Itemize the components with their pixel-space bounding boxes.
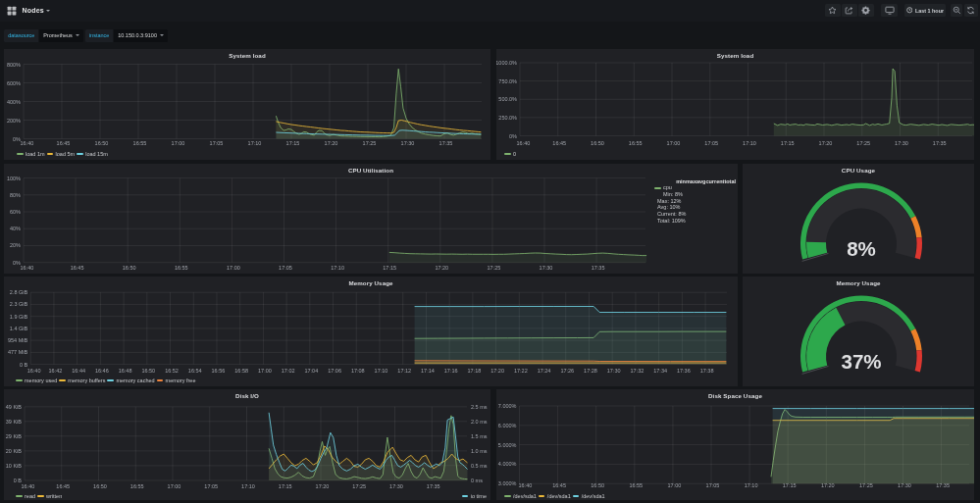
x-tick-label: 17:04 (304, 368, 318, 374)
legend: load 1mload 5mload 15m (17, 151, 108, 157)
y-tick-label: 750.0% (498, 78, 517, 84)
x-tick-label: 16:58 (234, 368, 248, 374)
variable-datasource: datasource Prometheus (4, 29, 83, 43)
x-tick-label: 16:44 (72, 368, 85, 374)
legend-stat: Avg: 10% (646, 204, 736, 211)
legend-item[interactable]: load 5m (47, 151, 76, 157)
legend-item[interactable]: memory buffers (59, 377, 105, 383)
chart-sysload2: 0%250.0%500.0%750.0%1000.0%16:4016:4516:… (496, 49, 974, 160)
legend-item[interactable]: 0 (504, 151, 516, 157)
legend-right: io time (462, 493, 487, 499)
x-tick-label: 16:40 (21, 265, 34, 271)
y-tick-label-right: 2.0 ms (471, 419, 488, 425)
panel-memory-usage[interactable]: Memory Usage 0 B477 MiB954 MiB1.4 GiB1.9… (4, 277, 738, 386)
y-tick-label: 60% (10, 209, 21, 215)
time-picker-button[interactable]: Last 1 hour (904, 4, 946, 17)
legend-series-name: load 5m (56, 151, 76, 157)
share-button[interactable] (842, 4, 857, 17)
x-tick-label: 17:15 (279, 483, 292, 489)
legend-series-color (573, 495, 580, 497)
x-tick-label: 17:28 (584, 368, 597, 374)
legend-item[interactable]: read (16, 493, 35, 499)
x-tick-label: 17:20 (325, 140, 338, 146)
panel-system-load-2[interactable]: System load 0%250.0%500.0%750.0%1000.0%1… (496, 49, 974, 160)
panel-cpu-usage-gauge[interactable]: CPU Usage 8% (743, 164, 974, 274)
x-tick-label: 17:10 (745, 482, 758, 488)
y-tick-label: 6.000% (498, 423, 517, 428)
navbar: Nodes Last 1 hour (0, 0, 980, 22)
x-tick-label: 16:56 (212, 368, 226, 374)
legend-series-name: /dev/sda1 (547, 493, 571, 499)
legend-item[interactable]: /dev/sda1 (539, 493, 571, 499)
y-tick-label: 4.000% (498, 461, 517, 467)
panel-disk-space-usage[interactable]: Disk Space Usage 3.000%4.000%5.000%6.000… (496, 389, 974, 500)
x-tick-label: 17:24 (538, 368, 551, 374)
legend-item[interactable]: load 15m (77, 151, 108, 157)
y-tick-label: 3.000% (498, 480, 517, 486)
tv-mode-button[interactable] (881, 4, 899, 17)
legend: 0 (504, 151, 516, 157)
star-icon (828, 6, 837, 15)
series-line-0 (774, 69, 974, 126)
legend-item[interactable]: io time (462, 493, 487, 499)
x-tick-label: 17:30 (401, 140, 415, 146)
dashboard-grid-icon[interactable] (7, 6, 17, 16)
y-tick-label: 954 MiB (8, 337, 28, 343)
legend-item[interactable]: memory used (16, 377, 57, 383)
settings-button[interactable] (858, 4, 875, 17)
monitor-icon (885, 6, 895, 15)
x-tick-label: 16:40 (22, 483, 35, 489)
legend-item[interactable]: written (37, 493, 62, 499)
y-tick-label: 1.4 GiB (10, 326, 28, 331)
y-tick-label-right: 2.5 ms (471, 404, 488, 410)
x-tick-label: 16:50 (141, 368, 155, 374)
legend-table: minmaxavgcurrenttotalcpuMin: 8%Max: 12%A… (646, 178, 736, 225)
panel-system-load-1[interactable]: System load 0%200%400%600%800%16:4016:45… (4, 49, 490, 160)
legend-item[interactable]: /dev/sda1 (573, 493, 605, 499)
x-tick-label: 17:25 (488, 265, 501, 271)
y-tick-label: 29 KiB (6, 433, 23, 439)
legend-series-color (47, 153, 54, 155)
x-tick-label: 17:05 (279, 265, 292, 271)
legend-series-color (504, 495, 511, 497)
legend-series-name: read (25, 493, 35, 499)
chevron-down-icon (160, 34, 164, 36)
x-tick-label: 17:10 (331, 265, 344, 271)
star-button[interactable] (825, 4, 841, 17)
panel-disk-io[interactable]: Disk I/O 0 B0 ms10 KiB0.5 ms20 KiB1.0 ms… (4, 389, 490, 500)
gauge-memgauge: 37% (743, 277, 974, 386)
legend-item[interactable]: /dev/sda1 (504, 493, 537, 499)
refresh-button[interactable] (964, 4, 978, 17)
y-tick-label: 39 KiB (6, 419, 23, 425)
x-tick-label: 17:05 (210, 140, 224, 146)
gauge-cpugauge: 8% (743, 164, 974, 274)
legend-item[interactable]: memory cached (107, 377, 154, 383)
x-tick-label: 16:50 (591, 140, 604, 146)
x-tick-label: 17:38 (700, 368, 714, 374)
variable-datasource-value[interactable]: Prometheus (39, 29, 83, 43)
x-tick-label: 16:52 (165, 368, 179, 374)
y-tick-label: 600% (7, 80, 21, 86)
legend-series-name: cpu (663, 184, 672, 191)
x-tick-label: 16:45 (552, 482, 566, 488)
variable-instance-value[interactable]: 10.150.0.3:9100 (114, 29, 168, 43)
chevron-down-icon[interactable] (46, 10, 50, 12)
legend-series-color (16, 495, 23, 497)
y-tick-label: 500.0% (498, 96, 517, 102)
y-tick-label: 2.3 GiB (10, 301, 28, 307)
zoom-out-button[interactable] (951, 4, 963, 17)
panel-memory-usage-gauge[interactable]: Memory Usage 37% (743, 277, 974, 386)
dashboard-title[interactable]: Nodes (23, 7, 44, 14)
y-tick-label: 0% (509, 133, 517, 139)
x-tick-label: 17:25 (363, 140, 377, 146)
legend-series-name: /dev/sda1 (582, 493, 605, 499)
x-tick-label: 17:25 (352, 483, 366, 489)
legend-series-color (462, 495, 469, 497)
panel-cpu-utilisation[interactable]: CPU Utilisation 0%20%40%60%80%100%16:401… (4, 164, 738, 274)
legend-item[interactable]: cpu (646, 184, 736, 191)
y-tick-label: 5.000% (498, 442, 517, 448)
x-tick-label: 17:36 (677, 368, 691, 374)
x-tick-label: 17:12 (397, 368, 411, 374)
legend-item[interactable]: memory free (157, 377, 196, 383)
legend-item[interactable]: load 1m (17, 151, 45, 157)
